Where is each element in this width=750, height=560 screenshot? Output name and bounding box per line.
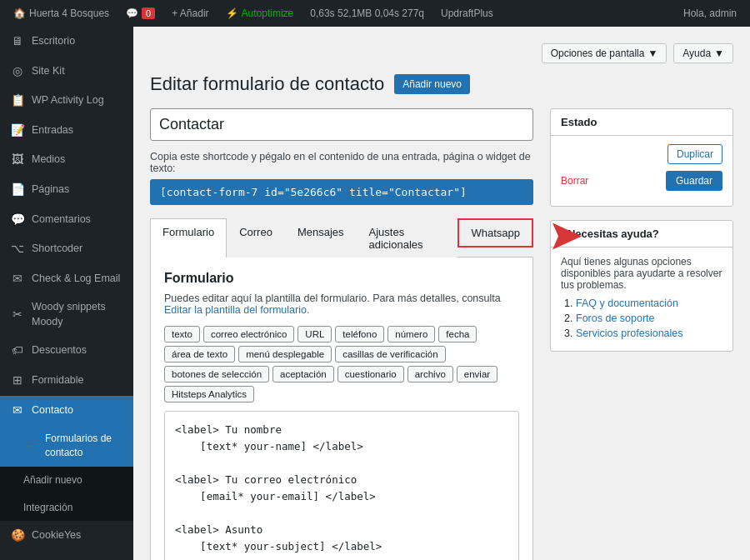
form-panel: Formulario Puedes editar aquí la plantil…	[150, 258, 533, 560]
sidebar-item-sitekit[interactable]: ◎ Site Kit	[0, 57, 133, 87]
sidebar-label-escritorio: Escritorio	[32, 34, 75, 49]
sidebar-label-medios: Medios	[32, 152, 65, 168]
sidebar-item-paginas[interactable]: 📄 Páginas	[0, 175, 133, 205]
add-new-button[interactable]: Añadir nuevo	[394, 74, 470, 94]
sidebar-item-anadir-nuevo[interactable]: Añadir nuevo	[0, 467, 133, 494]
tab-ajustes[interactable]: Ajustes adicionales	[357, 218, 458, 258]
hello-admin[interactable]: Hola, admin	[677, 0, 743, 27]
home-icon: 🏠	[13, 8, 26, 19]
sidebar-label-contacto: Contacto	[32, 403, 73, 418]
duplicate-button[interactable]: Duplicar	[668, 144, 722, 164]
add-new-label: + Añadir	[172, 8, 208, 19]
hello-label: Hola, admin	[683, 8, 737, 19]
editor-area: Copia este shortcode y pégalo en el cont…	[150, 108, 533, 560]
help-description: Aquí tienes algunas opciones disponibles…	[561, 256, 722, 291]
medios-icon: 🖼	[10, 152, 25, 168]
form-name-input[interactable]	[150, 108, 533, 141]
help-item-faq: FAQ y documentación	[576, 298, 722, 309]
tag-btn-aceptacion[interactable]: aceptación	[272, 366, 334, 382]
sidebar-label-formidable: Formidable	[32, 373, 84, 388]
sidebar-item-comentarios[interactable]: 💬 Comentarios	[0, 205, 133, 235]
wp-activity-icon: 📋	[10, 92, 25, 109]
screen-options-label: Opciones de pantalla	[551, 48, 645, 59]
right-sidebar: Estado Duplicar Borrar Guardar	[550, 108, 733, 560]
site-name-label: Huerta 4 Bosques	[29, 8, 109, 19]
sidebar-item-contacto[interactable]: ✉ Contacto	[0, 396, 133, 426]
form-panel-desc-link[interactable]: Editar la plantilla del formulario.	[164, 304, 309, 316]
tag-btn-hitsteps[interactable]: Hitsteps Analytics	[164, 386, 254, 402]
shortcode-label: Copia este shortcode y pégalo en el cont…	[150, 151, 533, 174]
sidebar-item-formularios-contacto[interactable]: ← Formularios de contacto	[0, 425, 133, 467]
adminbar-right: Hola, admin	[677, 0, 743, 27]
form-content-editor[interactable]: <label> Tu nombre [text* your-name] </la…	[164, 411, 519, 560]
tag-btn-url[interactable]: URL	[298, 326, 332, 342]
sidebar-item-formidable[interactable]: ⊞ Formidable	[0, 366, 133, 396]
sidebar-item-wp-activity[interactable]: 📋 WP Activity Log	[0, 86, 133, 116]
tag-btn-numero[interactable]: número	[388, 326, 435, 342]
comments-icon: 💬	[126, 8, 138, 19]
sidebar-item-cookieyes[interactable]: 🍪 CookieYes	[0, 521, 133, 551]
comments-item[interactable]: 💬 0	[119, 0, 162, 27]
help-button[interactable]: Ayuda ▼	[673, 43, 733, 63]
tag-btn-botones-seleccion[interactable]: botones de selección	[164, 366, 269, 382]
tag-btn-fecha[interactable]: fecha	[438, 326, 477, 342]
tag-btn-menu-desplegable[interactable]: menú desplegable	[238, 346, 332, 362]
help-item-soporte: Foros de soporte	[576, 312, 722, 324]
tab-bar: Formulario Correo Mensajes Ajustes adici…	[150, 218, 533, 258]
updraftplus-item[interactable]: UpdraftPlus	[434, 0, 500, 27]
sidebar-label-entradas: Entradas	[32, 123, 73, 138]
tab-formulario[interactable]: Formulario	[150, 218, 227, 258]
tab-whatsapp[interactable]: Whatsapp	[458, 218, 533, 248]
shortcoder-icon: ⌥	[10, 241, 25, 258]
tab-whatsapp-wrapper: Whatsapp	[458, 218, 533, 257]
tab-correo[interactable]: Correo	[227, 218, 285, 258]
comments-count: 0	[142, 8, 155, 19]
help-link-faq[interactable]: FAQ y documentación	[576, 298, 678, 309]
site-name-item[interactable]: 🏠 Huerta 4 Bosques	[7, 0, 116, 27]
tag-btn-casillas[interactable]: casillas de verificación	[335, 346, 445, 362]
estado-meta-box-header: Estado	[551, 109, 732, 136]
tag-btn-cuestionario[interactable]: cuestionario	[338, 366, 404, 382]
sidebar-item-integracion[interactable]: Integración	[0, 494, 133, 522]
screen-options-chevron: ▼	[648, 48, 658, 59]
autoptimize-item[interactable]: ⚡ Autoptimize	[219, 0, 301, 27]
autoptimize-label: Autoptimize	[242, 8, 294, 19]
tab-mensajes[interactable]: Mensajes	[285, 218, 357, 258]
tag-btn-texto[interactable]: texto	[164, 326, 200, 342]
screen-options-button[interactable]: Opciones de pantalla ▼	[542, 43, 668, 63]
sidebar-item-check-log[interactable]: ✉ Check & Log Email	[0, 264, 133, 294]
sidebar-label-shortcoder: Shortcoder	[32, 242, 82, 257]
sidebar-item-descuentos[interactable]: 🏷 Descuentos	[0, 336, 133, 366]
sidebar-item-woocommerce[interactable]: 🛍 WooCommerce	[0, 551, 133, 560]
shortcode-box[interactable]: [contact-form-7 id="5e266c6" title="Cont…	[150, 179, 533, 205]
sidebar-item-woody-snippets[interactable]: ✂ Woody snippets Moody	[0, 293, 133, 336]
save-button[interactable]: Guardar	[666, 171, 722, 191]
contacto-icon: ✉	[10, 402, 25, 419]
sidebar-item-shortcoder[interactable]: ⌥ Shortcoder	[0, 234, 133, 264]
page-title: Editar formulario de contacto	[150, 73, 384, 95]
tag-btn-area-texto[interactable]: área de texto	[164, 346, 235, 362]
tab-mensajes-label: Mensajes	[298, 226, 344, 238]
main-content: Opciones de pantalla ▼ Ayuda ▼ Editar fo…	[133, 27, 750, 560]
sidebar-item-escritorio[interactable]: 🖥 Escritorio	[0, 27, 133, 57]
tag-btn-archivo[interactable]: archivo	[408, 366, 453, 382]
check-log-icon: ✉	[10, 271, 25, 288]
help-link-soporte[interactable]: Foros de soporte	[576, 312, 655, 324]
help-meta-box: ¿Necesitas ayuda? Aquí tienes algunas op…	[550, 220, 733, 352]
tab-formulario-label: Formulario	[162, 226, 214, 238]
admin-bar: 🏠 Huerta 4 Bosques 💬 0 + Añadir ⚡ Autopt…	[0, 0, 750, 27]
delete-button[interactable]: Borrar	[561, 175, 588, 187]
escritorio-icon: 🖥	[10, 33, 25, 50]
tag-btn-enviar[interactable]: enviar	[457, 366, 498, 382]
add-new-item[interactable]: + Añadir	[165, 0, 215, 27]
sidebar-label-anadir-nuevo: Añadir nuevo	[23, 473, 82, 488]
sitekit-icon: ◎	[10, 63, 25, 80]
tag-btn-telefono[interactable]: teléfono	[335, 326, 384, 342]
help-link-profesionales[interactable]: Servicios profesionales	[576, 328, 683, 339]
sidebar-item-medios[interactable]: 🖼 Medios	[0, 145, 133, 175]
tag-btn-correo[interactable]: correo electrónico	[203, 326, 294, 342]
tag-buttons-group: texto correo electrónico URL teléfono nú…	[164, 326, 519, 402]
form-panel-desc: Puedes editar aquí la plantilla del form…	[164, 292, 519, 316]
sidebar-item-entradas[interactable]: 📝 Entradas	[0, 116, 133, 146]
help-meta-box-body: Aquí tienes algunas opciones disponibles…	[551, 248, 732, 351]
